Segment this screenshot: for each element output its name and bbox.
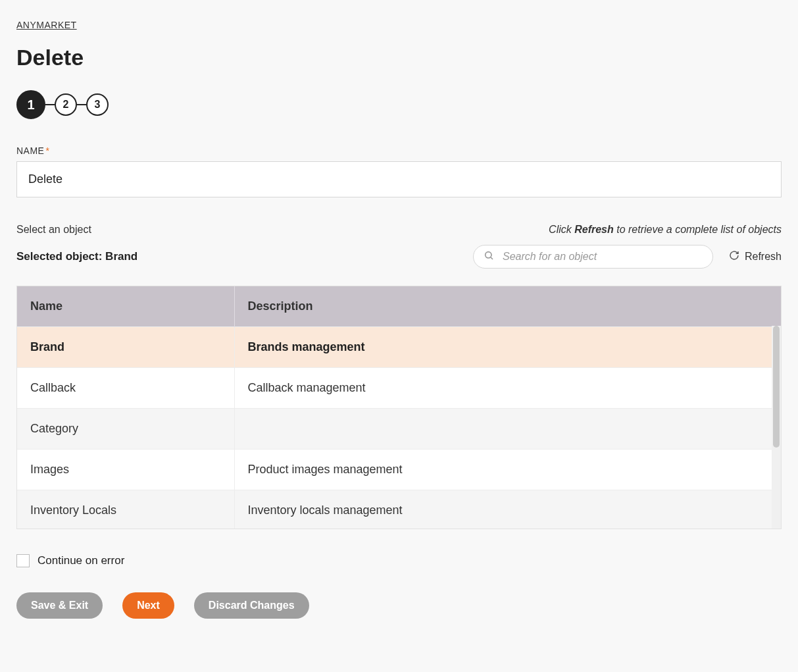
- object-table: Name Description BrandBrands managementC…: [16, 286, 782, 529]
- refresh-icon: [729, 250, 739, 263]
- cell-description: [234, 409, 781, 450]
- table-row[interactable]: CallbackCallback management: [17, 368, 781, 409]
- name-label-text: NAME: [16, 145, 44, 156]
- stepper: 1 2 3: [16, 90, 782, 119]
- refresh-hint: Click Refresh to retrieve a complete lis…: [549, 224, 782, 236]
- selected-value: Brand: [105, 250, 137, 263]
- discard-changes-button[interactable]: Discard Changes: [194, 592, 309, 619]
- required-star: *: [45, 145, 49, 156]
- cell-description: Callback management: [234, 368, 781, 409]
- cell-name: Category: [17, 409, 234, 450]
- cell-name: Callback: [17, 368, 234, 409]
- cell-description: Inventory locals management: [234, 490, 781, 529]
- name-field-label: NAME*: [16, 145, 782, 156]
- step-connector: [77, 104, 86, 105]
- cell-name: Brand: [17, 327, 234, 368]
- hint-prefix: Click: [549, 224, 574, 235]
- refresh-button[interactable]: Refresh: [729, 250, 782, 263]
- save-exit-button[interactable]: Save & Exit: [16, 592, 103, 619]
- hint-strong: Refresh: [574, 224, 614, 235]
- cell-description: Product images management: [234, 450, 781, 490]
- step-2[interactable]: 2: [55, 93, 77, 116]
- cell-name: Inventory Locals: [17, 490, 234, 529]
- selected-prefix: Selected object:: [16, 250, 105, 263]
- refresh-label: Refresh: [745, 251, 782, 263]
- step-1[interactable]: 1: [16, 90, 45, 119]
- cell-description: Brands management: [234, 327, 781, 368]
- column-header-description[interactable]: Description: [234, 286, 781, 327]
- continue-on-error-label: Continue on error: [37, 554, 124, 567]
- step-connector: [45, 104, 55, 105]
- continue-on-error-checkbox[interactable]: [16, 554, 30, 567]
- name-input[interactable]: [16, 161, 782, 197]
- hint-suffix: to retrieve a complete list of objects: [614, 224, 782, 235]
- selected-object-label: Selected object: Brand: [16, 250, 137, 263]
- table-row[interactable]: Inventory LocalsInventory locals managem…: [17, 490, 781, 529]
- table-row[interactable]: ImagesProduct images management: [17, 450, 781, 490]
- scrollbar-thumb[interactable]: [773, 326, 780, 448]
- page-title: Delete: [16, 45, 782, 70]
- table-scrollbar[interactable]: [772, 326, 781, 529]
- column-header-name[interactable]: Name: [17, 286, 234, 327]
- select-object-label: Select an object: [16, 224, 91, 236]
- breadcrumb-link[interactable]: ANYMARKET: [16, 20, 782, 30]
- cell-name: Images: [17, 450, 234, 490]
- table-row[interactable]: Category: [17, 409, 781, 450]
- step-3[interactable]: 3: [86, 93, 109, 116]
- table-row[interactable]: BrandBrands management: [17, 327, 781, 368]
- table-header-row: Name Description: [17, 286, 781, 327]
- next-button[interactable]: Next: [122, 592, 174, 619]
- search-input[interactable]: [473, 245, 713, 269]
